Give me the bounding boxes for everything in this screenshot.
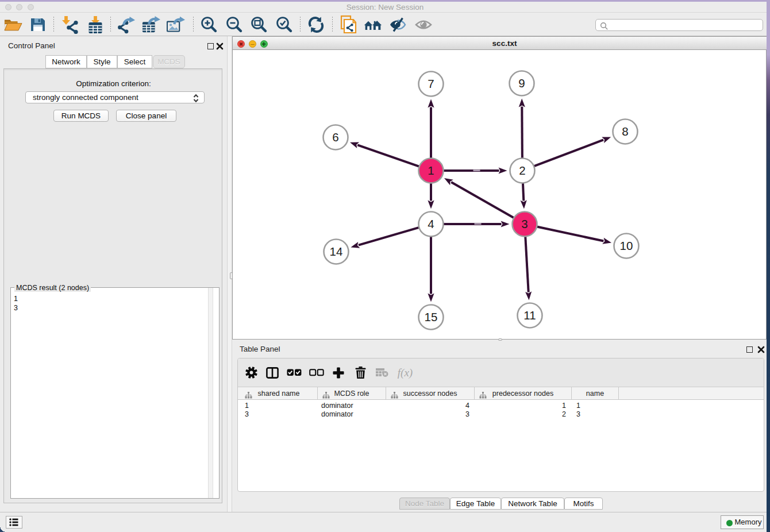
svg-text:2: 2: [519, 164, 525, 177]
svg-text:7: 7: [428, 77, 434, 90]
svg-text:4: 4: [428, 217, 434, 230]
svg-text:15: 15: [425, 310, 438, 323]
svg-text:14: 14: [330, 245, 343, 258]
svg-text:6: 6: [332, 130, 338, 144]
svg-text:3: 3: [521, 217, 528, 230]
svg-text:11: 11: [523, 309, 536, 322]
svg-text:1: 1: [428, 164, 434, 177]
svg-text:10: 10: [620, 239, 633, 252]
svg-text:8: 8: [622, 125, 628, 138]
svg-text:9: 9: [518, 76, 525, 90]
